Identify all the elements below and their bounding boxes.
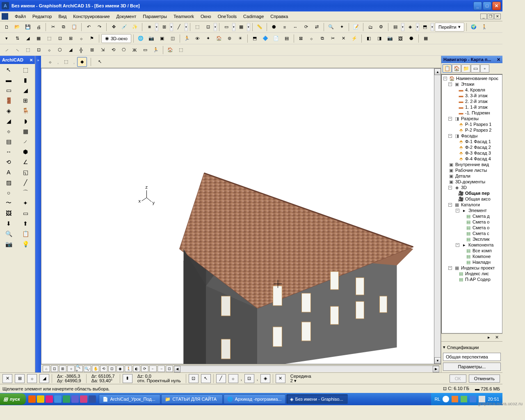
tree-worksheets[interactable]: ▣Рабочие листы xyxy=(447,167,501,173)
navigator-tree[interactable]: −🏠Наименование проє −▣Этажи ▬4. Кровля ▬… xyxy=(441,74,502,333)
layer-icon[interactable]: ≡ xyxy=(280,22,290,32)
arc-tool[interactable]: ⌒ xyxy=(18,188,33,198)
tree-project[interactable]: −🏠Наименование проє xyxy=(443,75,501,81)
pointer-icon[interactable]: ✥ xyxy=(109,22,119,32)
task-3[interactable]: 🌐 Архикад -программа... xyxy=(224,394,285,404)
btn-f1[interactable]: ◧ xyxy=(364,34,374,43)
tree-3d[interactable]: −◈3D xyxy=(447,185,501,190)
subtool-1[interactable]: ⟐ xyxy=(45,57,55,67)
btn-b2[interactable]: 📷 xyxy=(146,34,156,43)
detail-tool[interactable]: 🔍 xyxy=(1,229,16,239)
rotate-icon[interactable]: ⟳ xyxy=(301,22,311,32)
tray-icon-1[interactable] xyxy=(443,396,449,402)
viewport-scrollbar-v[interactable]: ▲ ▼ xyxy=(434,68,441,364)
column-tool[interactable]: ▮ xyxy=(18,75,33,85)
line-tool[interactable]: ╱ xyxy=(18,178,33,187)
find-icon[interactable]: 🔍 xyxy=(326,22,336,32)
subtool-cursor[interactable]: ↖ xyxy=(95,57,105,67)
vbt-5[interactable]: 🔍+ xyxy=(75,365,83,372)
nav-tab-project[interactable]: 📋 xyxy=(443,64,452,73)
tree-details[interactable]: ▣Детали xyxy=(447,173,501,179)
grid-dropdown[interactable]: ▾ xyxy=(170,23,173,31)
tree-interior[interactable]: ▣Внутренние вид xyxy=(447,162,501,167)
angle-tool[interactable]: ∠ xyxy=(18,157,33,167)
tree-idx-1[interactable]: ▤Индекс лис xyxy=(457,271,501,276)
btn-h11[interactable]: ⟲ xyxy=(108,45,118,55)
mdi-minimize[interactable]: _ xyxy=(480,14,487,19)
tree-co-1[interactable]: ▤Все комп xyxy=(465,248,501,253)
tree-3d-axo[interactable]: 🎥Общая аксо xyxy=(457,196,501,202)
vbt-7[interactable]: ✋ xyxy=(92,365,99,372)
tree-sections[interactable]: −◨Разрезы xyxy=(447,116,501,121)
layers-icon[interactable]: 🗂 xyxy=(365,22,375,32)
ql-icon-7[interactable] xyxy=(80,395,87,403)
vbt-15[interactable]: → xyxy=(158,365,165,372)
eyedropper-icon[interactable]: 💉 xyxy=(119,22,129,32)
trace2-icon[interactable]: ▦ xyxy=(236,22,246,32)
btn-a8[interactable]: ⟐ xyxy=(76,34,86,43)
tree-elev-4[interactable]: ⬘Ф-4 Фасад 4 xyxy=(457,156,501,162)
start-button[interactable]: ⊞ пуск xyxy=(0,393,26,405)
label-tool[interactable]: ◱ xyxy=(18,167,33,177)
coord-btn-11[interactable]: ✕ xyxy=(276,374,285,383)
btn-d2[interactable]: 🔷 xyxy=(260,34,270,43)
btn-f5[interactable]: ⬣ xyxy=(406,34,416,43)
btn-c2[interactable]: 👁 xyxy=(193,34,203,43)
figure-tool[interactable]: 🖼 xyxy=(1,208,16,218)
btn-f3[interactable]: 📷 xyxy=(385,34,395,43)
btn-c4[interactable]: 🏠 xyxy=(214,34,224,43)
group-dropdown[interactable]: ▾ xyxy=(214,23,217,31)
3dwin-icon[interactable]: ◈ xyxy=(405,22,415,32)
ql-icon-4[interactable] xyxy=(54,395,62,403)
section-dropdown[interactable]: ▾ xyxy=(431,23,434,31)
menu-view[interactable]: Вид xyxy=(55,13,70,20)
tree-story-1[interactable]: ▬1. 1-й этаж xyxy=(457,104,501,110)
btn-g1[interactable]: ▦ xyxy=(421,34,431,43)
btn-e4[interactable]: ✂ xyxy=(328,34,338,43)
energy-icon[interactable]: 🌍 xyxy=(469,22,479,32)
btn-h15[interactable]: 🏃 xyxy=(151,45,161,55)
vbt-14[interactable]: ← xyxy=(149,365,157,372)
story-icon[interactable]: ▤ xyxy=(390,22,400,32)
mdi-close[interactable]: ✕ xyxy=(494,14,501,19)
slab-tool[interactable]: ◢ xyxy=(18,85,33,95)
btn-c6[interactable]: ☀ xyxy=(235,34,245,43)
btn-h5[interactable]: ⟐ xyxy=(44,45,54,55)
coord-btn-z[interactable]: ⬍ xyxy=(123,374,132,383)
btn-e1[interactable]: ⊠ xyxy=(296,34,306,43)
tree-indexes[interactable]: −▦Индексы проект xyxy=(447,265,501,271)
btn-h10[interactable]: ⇲ xyxy=(98,45,107,55)
task-2[interactable]: 📁 СТАТЬИ ДЛЯ САЙТА xyxy=(161,394,223,404)
btn-e2[interactable]: ⟐ xyxy=(307,34,317,43)
3dwin-dropdown[interactable]: ▾ xyxy=(416,23,419,31)
parameters-button[interactable]: Параметры... xyxy=(443,363,501,371)
btn-a6[interactable]: ⊡ xyxy=(55,34,65,43)
menu-teamwork[interactable]: Teamwork xyxy=(170,13,197,20)
ql-icon-3[interactable] xyxy=(46,395,53,403)
ql-icon-8[interactable] xyxy=(89,395,96,403)
beam-tool[interactable]: ▭ xyxy=(1,85,16,95)
minimize-button[interactable]: _ xyxy=(473,2,482,10)
strip-arrow-icon[interactable]: » xyxy=(37,58,39,62)
door-tool[interactable]: 🚪 xyxy=(1,96,16,105)
tree-el-2[interactable]: ▤Смета о xyxy=(465,219,501,225)
spline-tool[interactable]: 〜 xyxy=(1,198,16,208)
coord-btn-5[interactable]: ⊡ xyxy=(189,374,199,383)
btn-a2[interactable]: ⇅ xyxy=(12,34,22,43)
nav-tab-layout[interactable]: 📁 xyxy=(461,64,470,73)
coord-btn-1[interactable]: ✕ xyxy=(2,374,12,383)
tree-story-4[interactable]: ▬4. Кровля xyxy=(457,87,501,93)
menu-parameters[interactable]: Параметры xyxy=(139,13,170,20)
vbt-13[interactable]: ⟳ xyxy=(141,365,148,372)
hotspot-tool[interactable]: ✦ xyxy=(18,198,33,208)
coord-btn-9[interactable]: ⊡ xyxy=(244,374,254,383)
vbt-16[interactable]: ⊡ xyxy=(166,365,173,372)
btn-h14[interactable]: ▭ xyxy=(140,45,150,55)
vbt-2[interactable]: ⊡ xyxy=(51,365,58,372)
btn-b3[interactable]: ▣ xyxy=(157,34,167,43)
guide-dropdown[interactable]: ▾ xyxy=(185,23,188,31)
tree-el-5[interactable]: ▤Эксплик xyxy=(465,236,501,242)
roof-tool[interactable]: ◢ xyxy=(1,116,16,126)
window-tool[interactable]: ⊞ xyxy=(18,96,33,105)
btn-h6[interactable]: ⬡ xyxy=(55,45,65,55)
